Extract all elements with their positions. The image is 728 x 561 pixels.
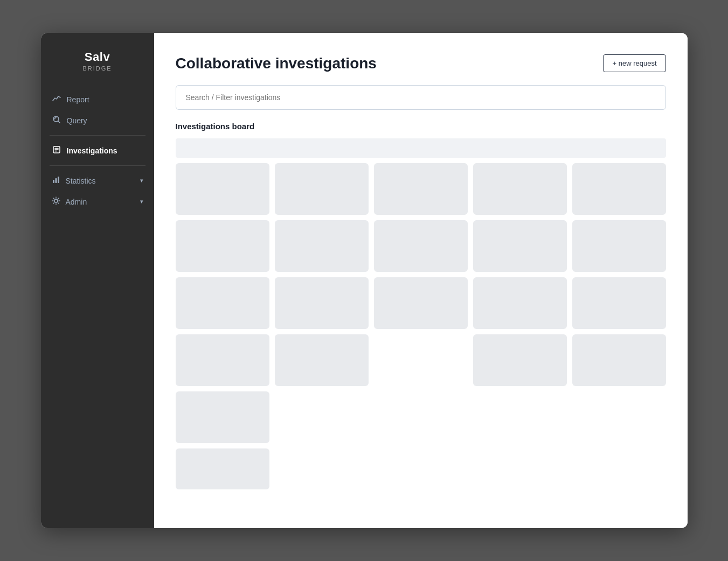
board-card[interactable] <box>374 163 468 215</box>
divider-1 <box>50 135 145 136</box>
sidebar-item-query[interactable]: Query <box>41 110 154 131</box>
sidebar-item-admin[interactable]: Admin ▾ <box>41 191 154 212</box>
sidebar-item-investigations-label: Investigations <box>67 146 117 155</box>
board-label: Investigations board <box>176 122 666 131</box>
board-card[interactable] <box>176 220 269 272</box>
svg-rect-6 <box>53 180 54 183</box>
board-card[interactable] <box>275 277 369 329</box>
brand-sub: BRIDGE <box>52 65 143 72</box>
board-card-empty <box>374 448 468 500</box>
sidebar-item-admin-label: Admin <box>66 198 87 206</box>
board-card[interactable] <box>473 163 567 215</box>
sidebar-item-report[interactable]: Report <box>41 89 154 110</box>
board-header <box>176 138 666 158</box>
board-card-empty <box>275 391 369 443</box>
admin-chevron-icon: ▾ <box>140 198 143 205</box>
statistics-icon <box>52 176 60 186</box>
board-card-empty <box>473 448 567 500</box>
board-card[interactable] <box>176 448 269 489</box>
board-card[interactable] <box>275 220 369 272</box>
board-card-empty <box>572 448 666 500</box>
main-content: Collaborative investigations + new reque… <box>154 33 688 528</box>
sidebar-item-statistics-label: Statistics <box>66 177 96 185</box>
board-grid <box>176 163 666 500</box>
main-header: Collaborative investigations + new reque… <box>176 54 666 72</box>
board-card[interactable] <box>473 334 567 386</box>
sidebar-brand: Salv BRIDGE <box>41 33 154 85</box>
board-card-empty <box>374 391 468 443</box>
investigations-icon <box>52 145 61 156</box>
statistics-chevron-icon: ▾ <box>140 177 143 184</box>
svg-line-1 <box>58 121 60 123</box>
sidebar: Salv BRIDGE Report <box>41 33 154 528</box>
board-card-empty <box>374 334 468 386</box>
report-icon <box>52 94 61 104</box>
sidebar-nav: Report Query <box>41 85 154 528</box>
board-card-empty <box>572 391 666 443</box>
board-card[interactable] <box>275 334 369 386</box>
board-card[interactable] <box>176 334 269 386</box>
board-card[interactable] <box>473 220 567 272</box>
brand-name: Salv <box>52 50 143 64</box>
board-card[interactable] <box>572 220 666 272</box>
board-card[interactable] <box>572 334 666 386</box>
sidebar-item-report-label: Report <box>67 95 89 104</box>
app-window: Salv BRIDGE Report <box>41 33 688 528</box>
board-card[interactable] <box>572 277 666 329</box>
sidebar-item-investigations[interactable]: Investigations <box>41 140 154 161</box>
query-icon <box>52 115 61 125</box>
board-card[interactable] <box>374 220 468 272</box>
board-card[interactable] <box>176 391 269 443</box>
board-card[interactable] <box>374 277 468 329</box>
board-card-empty <box>275 448 369 500</box>
divider-2 <box>50 165 145 166</box>
board-card[interactable] <box>572 163 666 215</box>
sidebar-item-query-label: Query <box>67 116 87 125</box>
board-card[interactable] <box>473 277 567 329</box>
new-request-button[interactable]: + new request <box>603 54 665 72</box>
board-card[interactable] <box>275 163 369 215</box>
board-card[interactable] <box>176 163 269 215</box>
board-card-empty <box>473 391 567 443</box>
svg-rect-7 <box>55 178 57 183</box>
page-title: Collaborative investigations <box>176 55 377 72</box>
search-input[interactable] <box>176 85 666 110</box>
board-card[interactable] <box>176 277 269 329</box>
admin-icon <box>52 197 60 207</box>
sidebar-item-statistics[interactable]: Statistics ▾ <box>41 170 154 191</box>
svg-rect-8 <box>58 177 59 183</box>
svg-point-9 <box>54 199 58 202</box>
